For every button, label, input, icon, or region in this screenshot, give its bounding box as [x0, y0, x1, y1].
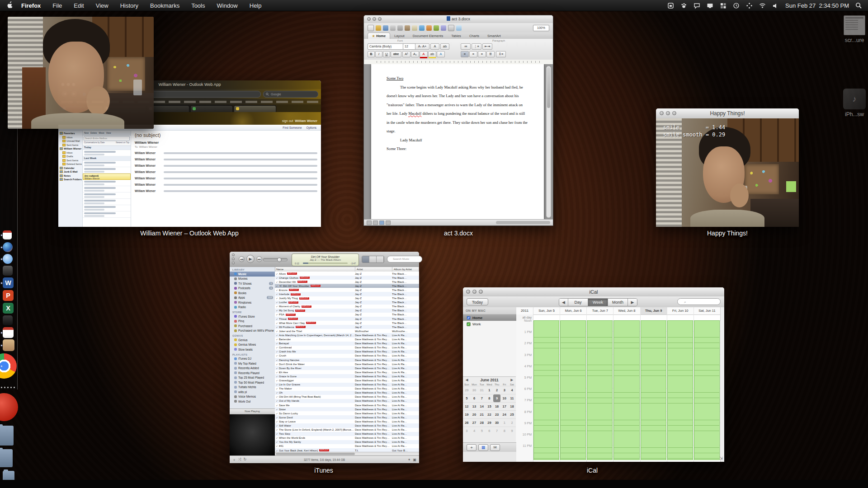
dock-item-calendar-mini[interactable] — [3, 230, 12, 239]
song-checkbox[interactable]: ✓ — [275, 387, 279, 390]
horizontal-scrollbar[interactable] — [496, 221, 550, 224]
calendar-event-block[interactable] — [613, 320, 639, 460]
add-playlist-button[interactable]: ＋ — [232, 457, 236, 462]
view-notebook-icon[interactable] — [386, 221, 391, 225]
next-month-button[interactable]: ▶ — [511, 378, 513, 382]
mini-cal-day[interactable]: 11 — [508, 394, 516, 402]
owa-sort-row[interactable]: Conversations by DateNewest on Top — [83, 141, 131, 145]
owa-message-list[interactable]: NewDeleteMoveView Search Entire Mailbox … — [83, 131, 131, 227]
song-checkbox[interactable]: ✓ — [275, 408, 279, 411]
redo-icon[interactable] — [434, 25, 439, 31]
song-checkbox[interactable]: ✓ — [275, 441, 279, 443]
song-row[interactable]: ✓What More Can I SayEXPLICITJay-ZThe Bla… — [275, 321, 419, 325]
mini-cal-day[interactable]: 20 — [471, 410, 478, 418]
song-row[interactable]: ✓AllureEXPLICITJay-ZThe Black… — [275, 272, 419, 276]
itunes-titlebar[interactable]: ◂◂ ▶ ▸▸ Dirt Off Your Shoulder Jay-Z — T… — [230, 252, 419, 267]
open-icon[interactable] — [376, 25, 381, 31]
mini-cal-day[interactable]: 4 — [508, 386, 516, 394]
day-column[interactable] — [694, 320, 721, 462]
align-center-button[interactable]: ≡ — [469, 51, 477, 57]
list-view-button[interactable] — [362, 256, 369, 263]
sidebar-item-music[interactable]: Music — [230, 272, 275, 277]
mini-cal-day[interactable]: 4 — [471, 427, 478, 435]
sidebar-item-recently-added[interactable]: Recently Added — [230, 366, 275, 371]
song-checkbox[interactable]: ✓ — [275, 367, 279, 370]
sidebar-item-ping[interactable]: Ping — [230, 319, 275, 324]
ribbon-tab-smartart[interactable]: SmartArt — [483, 33, 505, 39]
display-icon[interactable] — [707, 2, 713, 9]
mini-cal-day[interactable]: 9 — [508, 427, 516, 435]
ical-search-field[interactable]: ⌕ — [677, 298, 721, 305]
song-row[interactable]: ✓EncoreEXPLICITJay-ZThe Black… — [275, 288, 419, 292]
ribbon-tab-tables[interactable]: Tables — [447, 33, 465, 39]
song-row[interactable]: ✓December 4thEXPLICITJay-ZThe Black… — [275, 280, 419, 284]
song-checkbox[interactable]: ✓ — [275, 354, 279, 357]
minimize-icon[interactable] — [232, 258, 235, 260]
song-checkbox[interactable]: ✓ — [275, 379, 279, 382]
song-row[interactable]: ✓InterludeEXPLICITJay-ZThe Black… — [275, 292, 419, 296]
menu-edit[interactable]: Edit — [74, 2, 84, 9]
song-checkbox[interactable]: ✓ — [275, 338, 279, 341]
zoom-level[interactable]: 100% — [533, 25, 549, 31]
sidebar-item-itunes-dj[interactable]: iTunes DJ — [230, 357, 275, 361]
calendar-work[interactable]: ✓Work — [463, 321, 516, 327]
message-row[interactable] — [83, 180, 131, 186]
bullets-button[interactable]: ≔ — [461, 43, 471, 50]
song-checkbox[interactable]: ✓ — [275, 395, 279, 398]
song-row[interactable]: ✓Eh HeeDave Matthews & Tim Rey…Live At R… — [275, 370, 419, 374]
copy-icon[interactable] — [405, 25, 410, 31]
sidebar-item-wills-pl[interactable]: wills pl — [230, 389, 275, 394]
mini-cal-day[interactable]: 9 — [493, 394, 501, 402]
song-checkbox[interactable]: ✓ — [275, 297, 279, 300]
calendar-grid-button[interactable]: ▦ — [478, 444, 488, 451]
strikethrough-button[interactable]: abc — [391, 51, 401, 57]
song-row[interactable]: ✓Crash Into MeDave Matthews & Tim Rey…Li… — [275, 350, 419, 354]
mini-cal-day[interactable]: 30 — [493, 418, 501, 427]
song-row[interactable]: ✓Old Dirt Hill (Bring That Beat Back)Dav… — [275, 395, 419, 399]
cut-icon[interactable] — [397, 25, 403, 31]
mini-cal-day[interactable]: 15 — [486, 402, 493, 410]
song-checkbox[interactable]: ✓ — [275, 391, 279, 394]
calendar-event-block[interactable] — [641, 320, 666, 460]
message-row[interactable] — [83, 167, 131, 174]
desktop-icon-ipsw[interactable]: ♪ iPh...sw — [837, 89, 868, 117]
eject-button[interactable]: ▣ — [413, 458, 416, 462]
underline-button[interactable]: U — [383, 51, 390, 57]
mini-cal-day[interactable]: 12 — [463, 402, 471, 410]
mini-cal-day[interactable]: 19 — [463, 410, 471, 418]
itunes-search-field[interactable]: Search Music — [387, 256, 422, 263]
all-day-cell[interactable] — [667, 314, 694, 320]
dock-item-itunes[interactable] — [3, 254, 13, 264]
superscript-button[interactable]: A² — [402, 51, 410, 57]
owa-toolbar-new[interactable]: New — [84, 131, 89, 134]
prev-week-button[interactable]: ◀ — [559, 299, 568, 306]
all-day-cell[interactable] — [641, 314, 667, 320]
time-machine-icon[interactable] — [733, 2, 740, 9]
font-color-button[interactable]: A — [420, 51, 428, 58]
day-header[interactable]: Wed, Jun 8 — [613, 307, 640, 314]
song-row[interactable]: ✓BartenderDave Matthews & Tim Rey…Live A… — [275, 338, 419, 342]
numbering-button[interactable]: ⋮≡ — [472, 43, 481, 50]
folder-item[interactable]: Notes — [58, 174, 82, 178]
sidebar-item-movies[interactable]: Movies — [230, 277, 275, 282]
sidebar-item-top-50-most-played[interactable]: Top 50 Most Played — [230, 380, 275, 385]
ribbon-tab-document-elements[interactable]: Document Elements — [409, 33, 448, 39]
grid-icon[interactable] — [720, 2, 726, 9]
folder-item[interactable]: Drafts — [58, 155, 82, 159]
sidebar-item-tuttals-hitchis[interactable]: Tuttals hitchis — [230, 385, 275, 390]
song-row[interactable]: ✓Save MeDave Matthews & Tim Rey…Live At … — [275, 403, 419, 407]
ribbon-tab-home[interactable]: ★Home — [368, 33, 390, 39]
dock-item-downloads-folder[interactable] — [0, 426, 14, 446]
song-row[interactable]: ✓LuciferEXPLICITJay-ZThe Black… — [275, 300, 419, 305]
song-checkbox[interactable]: ✓ — [275, 277, 279, 279]
song-checkbox[interactable]: ✓ — [275, 342, 279, 345]
menu-file[interactable]: File — [52, 2, 62, 9]
sidebar-item-slow-beats[interactable]: Slow beats — [230, 347, 275, 352]
song-checkbox[interactable]: ✓ — [275, 301, 279, 304]
song-checkbox[interactable]: ✓ — [275, 449, 279, 452]
line-spacing-button[interactable]: ⇕≡ — [496, 51, 506, 57]
webcam-window[interactable] — [8, 17, 154, 129]
song-row[interactable]: ✓Change ClothesEXPLICITJay-ZThe Black… — [275, 276, 419, 280]
song-row[interactable]: ✓The MakerDave Matthews & Tim Rey…Live A… — [275, 387, 419, 391]
thread-row[interactable]: William Wiener — [135, 189, 317, 192]
